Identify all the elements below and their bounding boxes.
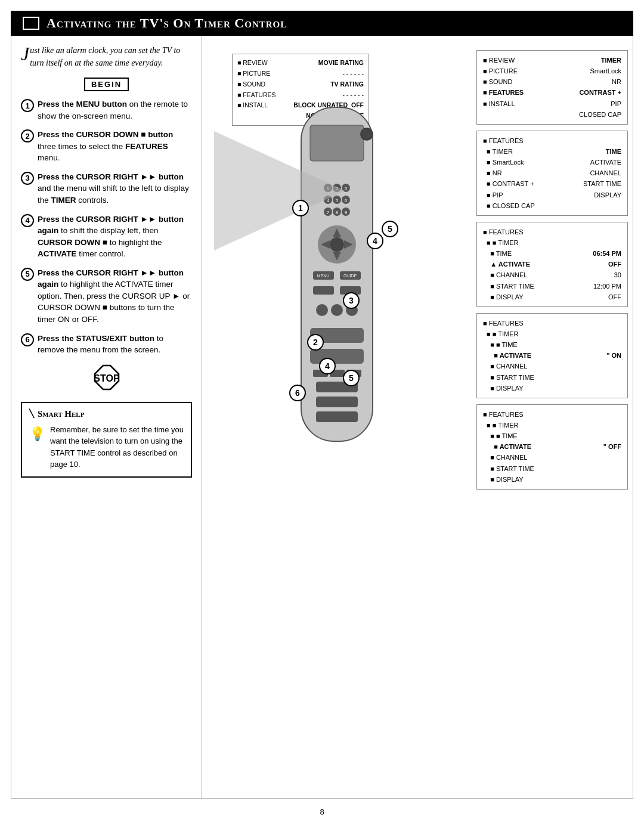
diagonal-lines-icon: ╲	[29, 409, 34, 419]
svg-text:STOP: STOP	[94, 373, 120, 383]
svg-rect-33	[313, 286, 334, 295]
step-3-text: Press the CURSOR RIGHT ►► button and the…	[38, 171, 192, 206]
svg-rect-45	[316, 411, 358, 422]
menu-screen-3: ■ FEATURES ■ TIMERTIME ■ SmartLockACTIVA…	[476, 131, 628, 216]
step-6: 6 Press the STATUS/EXIT button to remove…	[21, 333, 192, 356]
step-2-num: 2	[21, 129, 34, 143]
svg-point-28	[330, 237, 344, 252]
step-1-num: 1	[21, 99, 34, 112]
remote-control: 1 2 3 4 5 6 7 8 9	[277, 107, 397, 455]
intro-body: ust like an alarm clock, you can set the…	[30, 46, 180, 67]
step-2: 2 Press the CURSOR DOWN ■ button three t…	[21, 129, 192, 164]
menu-screen-2: ■ REVIEWTIMER ■ PICTURESmartLock ■ SOUND…	[476, 50, 628, 125]
step-5: 5 Press the CURSOR RIGHT ►► button again…	[21, 267, 192, 326]
svg-text:9: 9	[345, 210, 348, 215]
step-circle-3: 3	[343, 292, 360, 309]
step-6-num: 6	[21, 333, 34, 346]
step-4-num: 4	[21, 214, 34, 227]
smart-help-body: Remember, be sure to set the time you wa…	[50, 424, 184, 470]
svg-text:5: 5	[336, 198, 339, 203]
menu-screen-6: ■ FEATURES ■ ■ TIMER ■ ■ TIME ■ ACTIVATE…	[476, 404, 628, 490]
svg-rect-3	[310, 125, 364, 161]
step-circle-1: 1	[292, 200, 309, 216]
smart-help-label: Smart Help	[38, 409, 84, 419]
svg-rect-39	[310, 349, 364, 364]
step-4-text: Press the CURSOR RIGHT ►► button again t…	[38, 213, 192, 260]
smart-help-title: ╲ Smart Help	[29, 409, 184, 419]
step-3: 3 Press the CURSOR RIGHT ►► button and t…	[21, 171, 192, 206]
step-circle-4-a: 4	[367, 233, 383, 249]
step-1: 1 Press the MENU button on the remote to…	[21, 98, 192, 122]
step-circle-2-a: 2	[307, 334, 324, 351]
right-panel: ■ REVIEWTIMER ■ PICTURESmartLock ■ SOUND…	[472, 36, 633, 798]
closed-cap-label: CLOSED CAP	[579, 109, 621, 120]
smart-help-box: ╲ Smart Help 💡 Remember, be sure to set …	[21, 402, 192, 478]
begin-badge: BEGIN	[84, 78, 129, 91]
step-circle-4-b: 4	[319, 358, 336, 374]
intro-text: J ust like an alarm clock, you can set t…	[21, 44, 192, 69]
stop-icon: STOP	[21, 363, 192, 394]
svg-text:3: 3	[345, 186, 348, 191]
svg-text:2: 2	[336, 186, 339, 191]
svg-point-35	[316, 304, 328, 316]
step-3-num: 3	[21, 172, 34, 185]
svg-point-36	[331, 304, 343, 316]
step-5-text: Press the CURSOR RIGHT ►► button again t…	[38, 267, 192, 326]
menu-screen-5: ■ FEATURES ■ ■ TIMER ■ ■ TIME ■ ACTIVATE…	[476, 313, 628, 398]
step-2-text: Press the CURSOR DOWN ■ button three tim…	[38, 129, 192, 164]
step-circle-6: 6	[289, 385, 306, 401]
svg-text:8: 8	[336, 210, 339, 215]
page-title: Activating the TV's On Timer Control	[47, 16, 287, 31]
svg-text:4: 4	[327, 198, 330, 203]
smart-help-text: 💡 Remember, be sure to set the time you …	[29, 424, 184, 470]
svg-text:1: 1	[327, 186, 330, 191]
menu-screen-4: ■ FEATURES ■ ■ TIMER ■ TIME06:54 PM ▲ AC…	[476, 222, 628, 307]
svg-text:6: 6	[345, 198, 348, 203]
step-6-text: Press the STATUS/EXIT button to remove t…	[38, 333, 192, 356]
left-panel: J ust like an alarm clock, you can set t…	[11, 36, 202, 798]
center-panel: ■ REVIEWMOVIE RATING ■ PICTURE- - - - - …	[202, 36, 472, 798]
step-4: 4 Press the CURSOR RIGHT ►► button again…	[21, 213, 192, 260]
svg-rect-44	[316, 397, 358, 407]
page-header: Activating the TV's On Timer Control	[11, 11, 633, 36]
svg-text:MENU: MENU	[317, 274, 330, 278]
svg-point-4	[361, 128, 373, 140]
drop-cap: J	[21, 44, 29, 63]
svg-text:GUIDE: GUIDE	[343, 274, 357, 278]
step-circle-5-b: 5	[343, 370, 360, 386]
step-1-text: Press the MENU button on the remote to s…	[38, 98, 192, 122]
bulb-icon: 💡	[29, 424, 45, 444]
page-number: 8	[0, 799, 644, 821]
svg-text:7: 7	[327, 210, 330, 215]
tv-icon	[23, 17, 39, 30]
step-circle-5-a: 5	[382, 221, 398, 237]
step-5-num: 5	[21, 268, 34, 281]
